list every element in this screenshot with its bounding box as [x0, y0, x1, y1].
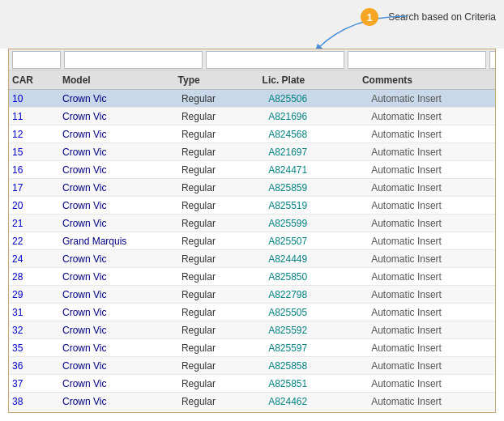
cell-comments: Automatic Insert — [368, 360, 495, 372]
cell-model: Crown Vic — [59, 164, 178, 176]
cell-type: Regular — [178, 164, 265, 176]
table-row[interactable]: 32 Crown Vic Regular A825592 Automatic I… — [9, 321, 495, 339]
cell-car: 38 — [9, 396, 59, 407]
table-row[interactable]: 20 Crown Vic Regular A825519 Automatic I… — [9, 197, 495, 215]
cell-comments: Automatic Insert — [368, 236, 495, 247]
cell-comments: Automatic Insert — [368, 200, 495, 211]
cell-type: Regular — [178, 289, 265, 300]
cell-model: Crown Vic — [59, 307, 178, 318]
cell-plate: A824462 — [265, 396, 368, 407]
cell-comments: Automatic Insert — [368, 182, 495, 193]
cell-car: 11 — [9, 111, 59, 122]
cell-plate: A825851 — [265, 378, 368, 389]
cell-type: Regular — [178, 200, 265, 211]
search-model-input[interactable] — [64, 51, 203, 69]
cell-model: Grand Marquis — [59, 236, 178, 247]
cell-car: 29 — [9, 289, 59, 300]
cell-type: Regular — [178, 271, 265, 283]
cell-car: 16 — [9, 164, 59, 176]
cell-model: Crown Vic — [59, 200, 178, 211]
cell-type: Regular — [178, 253, 265, 265]
cell-car: 15 — [9, 147, 59, 158]
cell-car: 31 — [9, 307, 59, 318]
table-row[interactable]: 21 Crown Vic Regular A825599 Automatic I… — [9, 215, 495, 232]
cell-car: 17 — [9, 182, 59, 193]
cell-comments: Automatic Insert — [368, 396, 495, 407]
table-body[interactable]: 10 Crown Vic Regular A825506 Automatic I… — [9, 90, 495, 413]
cell-comments: Automatic Insert — [368, 325, 495, 336]
table-row[interactable]: 11 Crown Vic Regular A821696 Automatic I… — [9, 108, 495, 125]
table-row[interactable]: 10 Crown Vic Regular A825506 Automatic I… — [9, 90, 495, 108]
cell-comments: Automatic Insert — [368, 111, 495, 122]
cell-car: 21 — [9, 218, 59, 229]
table-row[interactable]: 17 Crown Vic Regular A825859 Automatic I… — [9, 179, 495, 197]
cell-model: Crown Vic — [59, 325, 178, 336]
cell-type: Regular — [178, 147, 265, 158]
table-row[interactable]: 29 Crown Vic Regular A822798 Automatic I… — [9, 286, 495, 304]
table-row[interactable]: 36 Crown Vic Regular A825858 Automatic I… — [9, 357, 495, 375]
cell-comments: Automatic Insert — [368, 93, 495, 104]
table-header: CAR Model Type Lic. Plate Comments — [9, 70, 495, 90]
table-row[interactable]: 28 Crown Vic Regular A825850 Automatic I… — [9, 268, 495, 286]
cell-car: 12 — [9, 129, 59, 140]
cell-type: Regular — [178, 342, 265, 354]
cell-model: Crown Vic — [59, 253, 178, 265]
search-bar: ✏ — [9, 49, 495, 70]
cell-model: Crown Vic — [59, 271, 178, 283]
cell-type: Regular — [178, 129, 265, 140]
cell-plate: A825519 — [265, 200, 368, 211]
cell-model: Crown Vic — [59, 93, 178, 104]
search-plate-input[interactable] — [348, 51, 486, 69]
cell-type: Regular — [178, 378, 265, 389]
cell-car: 28 — [9, 271, 59, 283]
cell-car: 10 — [9, 93, 59, 104]
cell-car: 36 — [9, 360, 59, 372]
cell-car: 37 — [9, 378, 59, 389]
table-row[interactable]: 37 Crown Vic Regular A825851 Automatic I… — [9, 375, 495, 393]
cell-plate: A825850 — [265, 271, 368, 283]
cell-plate: A825506 — [265, 93, 368, 104]
cell-comments: Automatic Insert — [368, 253, 495, 265]
cell-car: 32 — [9, 325, 59, 336]
cell-plate: A821697 — [265, 147, 368, 158]
cell-type: Regular — [178, 396, 265, 407]
table-row[interactable]: 22 Grand Marquis Regular A825507 Automat… — [9, 232, 495, 250]
table-row[interactable]: 16 Crown Vic Regular A824471 Automatic I… — [9, 161, 495, 179]
cell-model: Crown Vic — [59, 396, 178, 407]
col-header-plate: Lic. Plate — [259, 74, 359, 86]
cell-model: Crown Vic — [59, 289, 178, 300]
cell-type: Regular — [178, 218, 265, 229]
table-row[interactable]: 12 Crown Vic Regular A824568 Automatic I… — [9, 125, 495, 143]
badge-number: 1 — [361, 8, 378, 26]
table-row[interactable]: 15 Crown Vic Regular A821697 Automatic I… — [9, 143, 495, 161]
cell-plate: A824471 — [265, 164, 368, 176]
cell-plate: A822798 — [265, 289, 368, 300]
table-row[interactable]: 31 Crown Vic Regular A825505 Automatic I… — [9, 304, 495, 321]
cell-car: 24 — [9, 253, 59, 265]
search-fields — [11, 49, 496, 70]
cell-comments: Automatic Insert — [368, 271, 495, 283]
cell-model: Crown Vic — [59, 378, 178, 389]
search-car-input[interactable] — [12, 51, 61, 69]
cell-plate: A821696 — [265, 111, 368, 122]
cell-plate: A825507 — [265, 236, 368, 247]
table-row[interactable]: 24 Crown Vic Regular A824449 Automatic I… — [9, 250, 495, 268]
cell-car: 22 — [9, 236, 59, 247]
col-header-model: Model — [59, 74, 175, 86]
data-table: ✏ CAR Model Type Lic. Plate Comments 10 … — [8, 49, 496, 413]
cell-type: Regular — [178, 307, 265, 318]
annotation-area: 1 Search based on Criteria — [0, 0, 504, 49]
table-row[interactable]: 38 Crown Vic Regular A824462 Automatic I… — [9, 393, 495, 410]
table-row[interactable]: 35 Crown Vic Regular A825597 Automatic I… — [9, 339, 495, 357]
cell-car: 20 — [9, 200, 59, 211]
cell-model: Crown Vic — [59, 182, 178, 193]
col-header-comments: Comments — [359, 74, 482, 86]
cell-plate: A825592 — [265, 325, 368, 336]
cell-type: Regular — [178, 93, 265, 104]
main-container: 1 Search based on Criteria ✏ — [0, 0, 504, 421]
cell-car: 35 — [9, 342, 59, 354]
cell-plate: A824449 — [265, 253, 368, 265]
cell-type: Regular — [178, 360, 265, 372]
search-type-input[interactable] — [206, 51, 344, 69]
search-comments-input[interactable] — [489, 51, 496, 69]
